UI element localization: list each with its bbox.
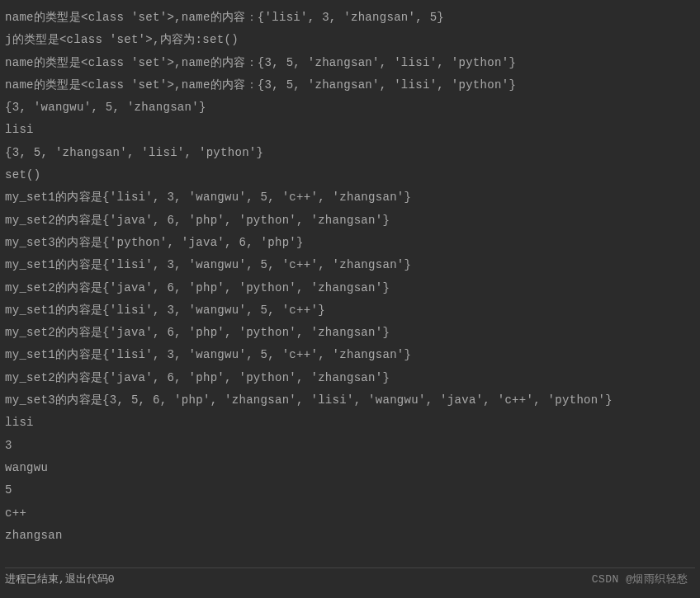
output-line: my_set3的内容是{3, 5, 6, 'php', 'zhangsan', … (5, 389, 695, 412)
output-line: name的类型是<class 'set'>,name的内容：{3, 5, 'zh… (5, 52, 695, 74)
output-line: set() (5, 164, 695, 186)
output-line: my_set3的内容是{'python', 'java', 6, 'php'} (5, 232, 695, 254)
output-line: j的类型是<class 'set'>,内容为:set() (5, 29, 695, 51)
output-line: wangwu (5, 457, 695, 479)
output-line: {3, 'wangwu', 5, 'zhangsan'} (5, 97, 695, 119)
output-line: my_set2的内容是{'java', 6, 'php', 'python', … (5, 367, 695, 389)
output-line: 3 (5, 435, 695, 457)
separator (5, 567, 695, 568)
output-line: my_set2的内容是{'java', 6, 'php', 'python', … (5, 322, 695, 344)
watermark: CSDN @烟雨织轻愁 (592, 572, 688, 586)
output-line: zhangsan (5, 525, 695, 547)
output-line: 5 (5, 479, 695, 501)
output-line: name的类型是<class 'set'>,name的内容：{3, 5, 'zh… (5, 74, 695, 97)
output-line: lisi (5, 119, 695, 141)
output-line: lisi (5, 412, 695, 434)
output-line: my_set1的内容是{'lisi', 3, 'wangwu', 5, 'c++… (5, 344, 695, 366)
output-line: my_set2的内容是{'java', 6, 'php', 'python', … (5, 210, 695, 232)
output-line: my_set1的内容是{'lisi', 3, 'wangwu', 5, 'c++… (5, 254, 695, 276)
output-line: name的类型是<class 'set'>,name的内容：{'lisi', 3… (5, 7, 695, 29)
output-line: my_set1的内容是{'lisi', 3, 'wangwu', 5, 'c++… (5, 299, 695, 322)
console-output: name的类型是<class 'set'>,name的内容：{'lisi', 3… (0, 0, 700, 553)
output-line: my_set2的内容是{'java', 6, 'php', 'python', … (5, 277, 695, 299)
output-line: my_set1的内容是{'lisi', 3, 'wangwu', 5, 'c++… (5, 186, 695, 209)
output-line: {3, 5, 'zhangsan', 'lisi', 'python'} (5, 142, 695, 164)
output-line: c++ (5, 502, 695, 525)
